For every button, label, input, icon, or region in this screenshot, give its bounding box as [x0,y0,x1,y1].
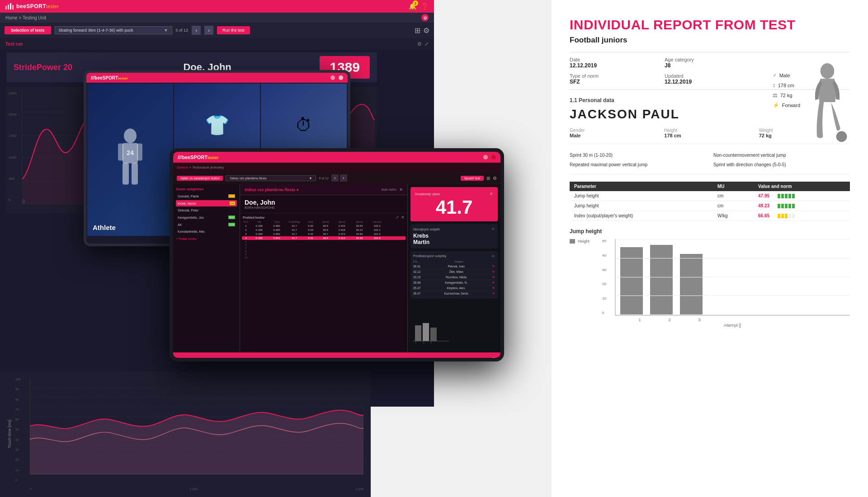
dt-table-header-section: Prehled testov ⤢ ✕ [240,213,407,220]
nav-next-button[interactable]: › [204,26,213,35]
weight-icon: ⚖ [773,92,778,98]
dt-settings-icon[interactable]: ⚙ [493,176,497,181]
pd-gender-value: Male [570,133,660,138]
dt-results-table: St.č. T[s] T1[s] P.st[W/kg] v[m] v[m/s] … [240,220,407,260]
athlete-label: Athlete [93,224,116,231]
pd-gender-label: Gender [570,128,660,133]
dt-competitor-box: Nienajlepší subjekt ✕ KrebsMartin [410,224,498,248]
dt-result-box: Dosiahnutý výkon ✕ 41.7 [410,187,498,221]
svg-text:0: 0 [22,199,25,204]
y-label-500: 500 [9,177,17,181]
dt-preranking-close-icon[interactable]: ✕ [491,254,495,258]
subject-item-5[interactable]: AK 3119 [176,221,237,228]
bottom-chart-panel: Touch time [ms] 100 90 80 70 60 50 40 30… [0,371,371,497]
svg-rect-24 [137,143,142,160]
power-button[interactable]: ⏻ [421,14,429,21]
settings-icon[interactable]: ⚙ [423,26,429,35]
player-stats-icons: ♂ Male ↕ 178 cm ⚖ 72 kg ⚡ Forward [773,72,800,108]
mu-2: cm [713,201,754,211]
dt-preranking-box: Predbalizujúce subjekty ✕ Čin. Subjekt 3… [410,251,498,299]
dt-counter: 6 of 12 [319,177,328,180]
dt-comp-close-icon[interactable]: ✕ [491,227,495,231]
dt-nav-prev[interactable]: ‹ [331,174,339,182]
col-value-norm: Value and norm [754,182,850,191]
dt-bottom-text: ● Podpovrované zariadenia [178,357,222,361]
test-item-4: Sprint with direction changes (5-0-5) [713,161,850,169]
bar-1 [620,247,643,315]
tablet-top-bar: ///beeSPORTtester [86,73,348,83]
dt-selection-button[interactable]: Výber zo zaradených testov [177,176,223,181]
bottom-chart-y-labels: 100 90 80 70 60 50 40 30 20 10 0 [15,378,28,482]
dark-tablet: ///beeSPORTtester Domov > Testovacie jed… [170,148,504,361]
dt-preranking-title: Predbalizujúce subjekty [413,254,447,258]
dt-close-button[interactable]: ✕ [399,187,403,192]
dt-bottom-icon-1[interactable]: ● [486,356,489,362]
selection-button[interactable]: Selection of tests [5,26,51,34]
meta-norm: Type of norm SFZ [570,73,660,85]
test-name-field: Skating forward 36m (1-4-7-36) with puck… [55,26,172,34]
dt-expand-icon[interactable]: ⤢ [396,215,399,220]
dt-result-value: 41.7 [415,198,493,217]
dt-close-table-icon[interactable]: ✕ [401,215,405,220]
dt-test-header: Odraz cez plantárnu flexiu ● Auto režim … [240,184,407,195]
subject-item-3[interactable]: Sloboda, Peter [176,207,237,213]
dt-logo: ///beeSPORTtester [178,155,219,160]
expand-icon[interactable]: ⤢ [425,41,429,47]
stopwatch-icon: ⏱ [295,116,312,135]
bottom-x-labels: 0 1,000 2,000 [30,488,363,491]
dt-panel-title: Zoom subjektov [176,187,237,191]
add-person-link[interactable]: + Pridať osobu [176,237,237,240]
dt-prehled-title: Prehled testov [243,216,264,219]
tablet-logo: ///beeSPORTtester [91,75,128,80]
jersey-icon: 👕 [205,113,230,137]
bar-3 [680,254,703,315]
dt-bottom-bar: ● Podpovrované zariadenia ● ◐ [173,352,500,361]
chart-y-labels: 2500 2000 1500 1000 500 0 [9,89,17,204]
subject-item-1[interactable]: Grendel, Patrik 1516 [176,193,237,199]
breadcrumb: Home > Testing Unit [5,15,46,20]
dt-body: Zoom subjektov Grendel, Patrik 1516 Krče… [173,184,500,352]
results-table: Parameter MU Value and norm Jump height … [570,182,850,221]
settings-gear-icon[interactable]: ⚙ [417,41,422,47]
report-section: INDIVIDUAL REPORT FROM TEST Football jun… [552,0,868,497]
player-silhouette-container [805,63,850,158]
test-counter: 5 of 12 [176,28,189,33]
dt-result-close-icon[interactable]: ✕ [490,192,493,196]
dt-subject-info: Doe, John BORA HANSGROHE [240,195,407,213]
dt-nav-next[interactable]: › [340,174,347,182]
desktop-toolbar: Selection of tests Skating forward 36m (… [0,23,434,38]
brand-name: beeSPORTtester [16,3,59,9]
help-icon[interactable]: ❓ [421,3,429,10]
y-label-0: 0 [9,198,17,202]
position-icon: ⚡ [773,102,779,108]
run-test-button[interactable]: Run the test [217,26,250,34]
y-label-2000: 2000 [9,113,17,117]
svg-rect-23 [118,143,123,160]
subject-item-4[interactable]: Karagambidis, Joz. 5616 [176,214,237,220]
dt-grid-icon[interactable]: ⊞ [486,176,490,181]
test-name-text: Skating forward 36m (1-4-7-36) with puck [59,28,133,33]
bottom-chart-svg [30,378,363,474]
subject-item-2[interactable]: Krček, Martin 216 [176,200,237,206]
dt-toolbar: Výber zo zaradených testov Odraz cez pla… [173,172,500,184]
test-item-1: Sprint 30 m (1-10-20) [570,151,706,159]
meta-age: Age category J8 [665,57,755,69]
dt-run-button[interactable]: Spustiť test [461,176,484,181]
dt-comp-title: Nienajlepší subjekt [413,228,440,231]
athlete-cell[interactable]: 24 Athlete [87,84,173,236]
logo-bars-icon [5,3,14,9]
dt-center-panel: Odraz cez plantárnu flexiu ● Auto režim … [240,184,408,352]
nav-prev-button[interactable]: ‹ [192,26,201,35]
weight-text: 72 kg [780,93,793,98]
stride-title: StridePower 20 [14,63,95,72]
subject-item-6[interactable]: Konstantinidis, Mar. [176,229,237,234]
table-row-2: 2 0.186 0.485 41.7 5.05 28.6 2.418 25.21… [242,228,406,232]
val-2: 49.23 [754,201,850,211]
dt-breadcrumb: Domov > Testovacie jednotky [177,165,224,169]
notification-bell[interactable]: 🔔 2 [409,2,416,10]
grid-view-icon[interactable]: ⊞ [415,26,420,35]
top-bar-actions: 🔔 2 ❓ [409,2,429,10]
svg-rect-26 [132,163,138,184]
dt-bottom-icon-2[interactable]: ◐ [491,356,496,362]
table-row-1: 1 0.188 0.480 41.7 5.90 28.6 2.443 26.55… [242,224,406,228]
